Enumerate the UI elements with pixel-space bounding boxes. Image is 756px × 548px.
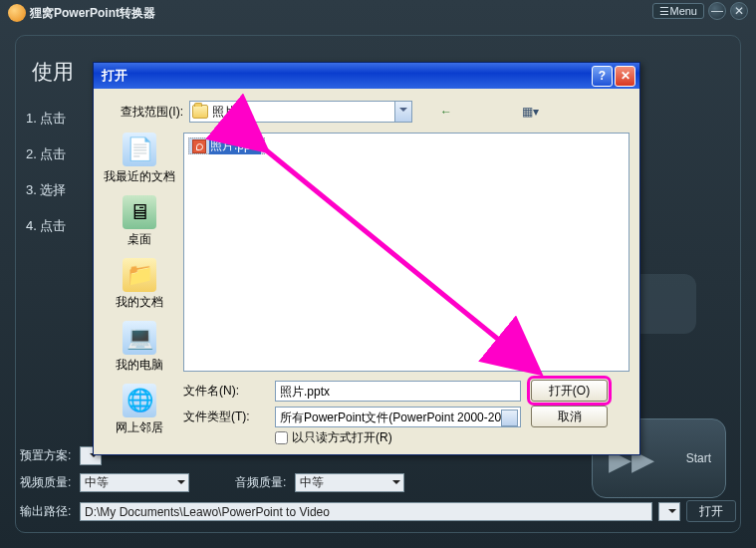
filename-input[interactable]: 照片.pptx: [275, 381, 521, 402]
views-icon[interactable]: ▦▾: [520, 102, 540, 122]
video-quality-label: 视频质量:: [20, 474, 74, 491]
step-item: 4. 点击: [26, 217, 66, 235]
menu-button[interactable]: ☰Menu: [652, 3, 704, 19]
help-button[interactable]: ?: [592, 66, 613, 87]
readonly-checkbox[interactable]: [275, 431, 288, 444]
file-list[interactable]: 照片.pptx: [183, 133, 630, 372]
lookin-combo[interactable]: 照片: [189, 101, 412, 123]
file-name: 照片.pptx: [209, 137, 261, 154]
close-dialog-button[interactable]: ✕: [615, 66, 635, 87]
places-bar: 📄我最近的文档 🖥桌面 📁我的文档 💻我的电脑 🌐网上邻居: [102, 133, 177, 436]
audio-quality-label: 音频质量:: [235, 474, 289, 491]
close-button[interactable]: ✕: [730, 2, 748, 20]
steps-list: 1. 点击 2. 点击 3. 选择 4. 点击: [26, 92, 66, 253]
pptx-icon: [192, 139, 206, 153]
chevron-down-icon[interactable]: [394, 102, 411, 122]
readonly-label: 以只读方式打开(R): [292, 429, 392, 446]
step-item: 1. 点击: [26, 110, 66, 128]
output-path-label: 输出路径:: [20, 503, 74, 520]
up-icon[interactable]: [464, 102, 484, 122]
app-title-text: 狸窝PowerPoint转换器: [30, 5, 155, 22]
place-mydocs[interactable]: 📁我的文档: [103, 258, 176, 311]
place-mypc[interactable]: 💻我的电脑: [103, 321, 176, 374]
window-controls: ☰Menu — ✕: [652, 2, 748, 20]
video-quality-select[interactable]: 中等: [80, 473, 189, 492]
place-desktop[interactable]: 🖥桌面: [103, 195, 176, 248]
step-item: 2. 点击: [26, 145, 66, 163]
nav-icons: ← ▦▾: [436, 102, 540, 122]
app-logo-icon: [8, 4, 26, 22]
lookin-value: 照片: [212, 104, 236, 121]
open-dialog: 打开 ? ✕ 查找范围(I): 照片 ← ▦▾ 📄我最近的: [93, 62, 640, 455]
place-network[interactable]: 🌐网上邻居: [103, 384, 176, 436]
filetype-select[interactable]: 所有PowerPoint文件(PowerPoint 2000-20: [275, 407, 521, 427]
open-output-button[interactable]: 打开: [686, 500, 736, 522]
app-window: 狸窝PowerPoint转换器 ☰Menu — ✕ 使用 1. 点击 2. 点击…: [0, 0, 756, 548]
app-title: 狸窝PowerPoint转换器: [8, 4, 155, 22]
new-folder-icon[interactable]: [492, 102, 512, 122]
place-recent[interactable]: 📄我最近的文档: [103, 133, 176, 185]
filename-label: 文件名(N):: [183, 383, 265, 400]
dialog-title: 打开: [102, 67, 590, 85]
file-item-selected[interactable]: 照片.pptx: [188, 137, 265, 154]
filetype-label: 文件类型(T):: [183, 409, 265, 425]
dialog-form: 文件名(N): 照片.pptx 打开(O) 文件类型(T): 所有PowerPo…: [183, 378, 630, 446]
dialog-cancel-button[interactable]: 取消: [531, 406, 608, 427]
minimize-button[interactable]: —: [708, 2, 726, 20]
folder-icon: [192, 105, 208, 119]
preset-label: 预置方案:: [20, 447, 74, 464]
audio-quality-select[interactable]: 中等: [295, 473, 404, 492]
output-path-input[interactable]: D:\My Documents\Leawo\PowerPoint to Vide…: [80, 502, 652, 521]
back-icon[interactable]: ←: [436, 102, 456, 122]
dialog-open-button[interactable]: 打开(O): [531, 380, 608, 402]
lookin-label: 查找范围(I):: [106, 104, 183, 121]
usage-header: 使用: [32, 58, 74, 86]
dialog-body: 查找范围(I): 照片 ← ▦▾ 📄我最近的文档 🖥桌面 📁我的文档 💻我的电: [94, 89, 639, 454]
browse-button[interactable]: [658, 502, 680, 521]
dialog-titlebar: 打开 ? ✕: [94, 63, 639, 89]
step-item: 3. 选择: [26, 181, 66, 199]
